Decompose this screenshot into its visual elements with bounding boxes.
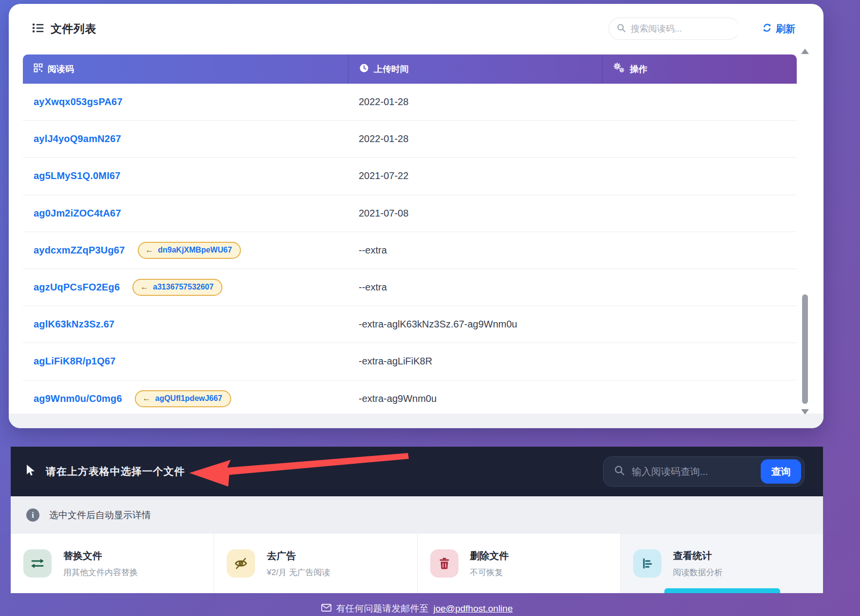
view-stats-button-partial[interactable] xyxy=(664,588,780,593)
selection-prompt-bar: 请在上方表格中选择一个文件 查询 xyxy=(11,447,823,496)
file-table: 阅读码 上传时间 xyxy=(23,54,797,417)
footer: 有任何问题请发邮件至 joe@pdfhost.online xyxy=(11,602,823,615)
search-icon xyxy=(617,23,626,35)
read-code-link[interactable]: aglK63kNz3Sz.67 xyxy=(34,319,114,330)
col-label-time: 上传时间 xyxy=(374,63,409,75)
read-code-link[interactable]: ayXwqx053gsPA67 xyxy=(34,96,123,108)
left-arrow-icon: ← xyxy=(146,245,154,255)
table-row[interactable]: agzUqPCsFO2Eg6←a3136757532607--extra xyxy=(23,269,797,306)
scrollbar-thumb[interactable] xyxy=(802,294,808,404)
table-row[interactable]: ag5LMyS1Q.0MI672021-07-22 xyxy=(23,158,797,195)
search-readcode-input[interactable] xyxy=(631,24,744,34)
eye-off-icon xyxy=(227,549,255,578)
read-code-link[interactable]: ag9Wnm0u/C0mg6 xyxy=(34,393,122,404)
clock-icon xyxy=(359,63,369,75)
action-title: 删除文件 xyxy=(470,549,509,562)
upload-time: 2022-01-28 xyxy=(359,133,408,145)
list-icon xyxy=(32,21,45,36)
bottom-panel: 请在上方表格中选择一个文件 查询 i 选中文件后自动显示详情 xyxy=(11,447,823,593)
col-label-op: 操作 xyxy=(630,63,647,75)
action-title: 替换文件 xyxy=(63,549,138,562)
upload-time: -extra-aglK63kNz3Sz.67-ag9Wnm0u xyxy=(359,319,517,330)
table-row[interactable]: aglK63kNz3Sz.67-extra-aglK63kNz3Sz.67-ag… xyxy=(23,306,797,343)
action-delete-file[interactable]: 删除文件 不可恢复 xyxy=(417,534,620,593)
info-message: 选中文件后自动显示详情 xyxy=(49,509,151,522)
read-code-link[interactable]: ag0Jm2iZOC4tA67 xyxy=(34,208,121,219)
info-bar: i 选中文件后自动显示详情 xyxy=(11,496,823,534)
action-subtitle: ¥2/月 无广告阅读 xyxy=(267,567,330,578)
upload-time: -extra-ag9Wnm0u xyxy=(359,393,437,404)
card-header: 文件列表 xyxy=(9,4,823,40)
table-row[interactable]: agLiFiK8R/p1Q67-extra-agLiFiK8R xyxy=(23,343,797,380)
table-row[interactable]: ayXwqx053gsPA672022-01-28 xyxy=(23,84,797,121)
alias-code: a3136757532607 xyxy=(153,283,214,291)
alias-badge: ←a3136757532607 xyxy=(132,279,222,296)
refresh-button[interactable]: 刷新 xyxy=(762,22,795,36)
swap-icon xyxy=(23,549,52,578)
query-button[interactable]: 查询 xyxy=(761,459,801,484)
page-title: 文件列表 xyxy=(51,21,96,36)
alias-code: dn9aKjXMBpeWU67 xyxy=(158,246,232,254)
prompt-message: 请在上方表格中选择一个文件 xyxy=(46,465,185,478)
action-view-stats[interactable]: 查看统计 阅读数据分析 xyxy=(620,534,823,593)
action-title: 去广告 xyxy=(267,549,330,562)
table-row[interactable]: aylJ4yoQ9amN2672022-01-28 xyxy=(23,121,797,158)
col-label-code: 阅读码 xyxy=(48,63,74,75)
upload-time: --extra xyxy=(359,245,387,256)
upload-time: 2021-07-22 xyxy=(359,170,408,181)
read-code-link[interactable]: aylJ4yoQ9amN267 xyxy=(34,133,121,145)
actions-row: 替换文件 用其他文件内容替换 去广告 ¥2/月 无广告阅读 xyxy=(11,534,823,593)
envelope-icon xyxy=(321,603,331,614)
table-row[interactable]: ag9Wnm0u/C0mg6←agQUfl1pdewJ667-extra-ag9… xyxy=(23,380,797,417)
query-readcode-input[interactable] xyxy=(632,466,761,477)
bar-chart-icon xyxy=(633,549,661,578)
cursor-icon xyxy=(25,464,36,479)
search-pill xyxy=(608,18,740,40)
read-code-link[interactable]: agzUqPCsFO2Eg6 xyxy=(34,282,120,293)
refresh-label: 刷新 xyxy=(776,22,795,36)
action-subtitle: 不可恢复 xyxy=(470,567,509,578)
action-title: 查看统计 xyxy=(673,549,723,562)
read-code-link[interactable]: ag5LMyS1Q.0MI67 xyxy=(34,170,121,181)
info-icon: i xyxy=(26,508,39,522)
alias-code: agQUfl1pdewJ667 xyxy=(155,394,222,403)
search-icon xyxy=(614,465,625,478)
alias-badge: ←dn9aKjXMBpeWU67 xyxy=(138,242,241,259)
action-remove-ads[interactable]: 去广告 ¥2/月 无广告阅读 xyxy=(214,534,417,593)
table-row[interactable]: aydcxmZZqP3Ug67←dn9aKjXMBpeWU67--extra xyxy=(23,232,797,269)
upload-time: 2022-01-28 xyxy=(359,96,408,108)
upload-time: 2021-07-08 xyxy=(359,208,408,219)
table-row[interactable]: ag0Jm2iZOC4tA672021-07-08 xyxy=(23,195,797,232)
scroll-up-arrow-icon[interactable] xyxy=(801,49,809,54)
read-code-link[interactable]: aydcxmZZqP3Ug67 xyxy=(34,245,125,256)
action-replace-file[interactable]: 替换文件 用其他文件内容替换 xyxy=(11,534,214,593)
left-arrow-icon: ← xyxy=(140,282,148,292)
action-subtitle: 用其他文件内容替换 xyxy=(63,567,138,578)
upload-time: -extra-agLiFiK8R xyxy=(359,356,432,367)
scroll-down-arrow-icon[interactable] xyxy=(801,409,809,415)
trash-icon xyxy=(430,549,458,578)
refresh-icon xyxy=(762,23,772,35)
action-subtitle: 阅读数据分析 xyxy=(673,567,723,578)
card-bottom-strip xyxy=(9,414,823,428)
footer-message: 有任何问题请发邮件至 xyxy=(336,602,429,615)
table-body: ayXwqx053gsPA672022-01-28aylJ4yoQ9amN267… xyxy=(23,84,797,417)
upload-time: --extra xyxy=(359,282,387,293)
qr-code-icon xyxy=(34,63,43,75)
footer-email-link[interactable]: joe@pdfhost.online xyxy=(434,603,513,614)
gears-icon xyxy=(613,63,625,76)
query-pill: 查询 xyxy=(603,456,805,487)
left-arrow-icon: ← xyxy=(143,394,151,403)
read-code-link[interactable]: agLiFiK8R/p1Q67 xyxy=(34,356,116,367)
file-list-card: 文件列表 xyxy=(9,4,823,428)
alias-badge: ←agQUfl1pdewJ667 xyxy=(135,390,231,407)
table-scrollbar[interactable] xyxy=(800,49,810,415)
table-header-row: 阅读码 上传时间 xyxy=(23,54,797,84)
